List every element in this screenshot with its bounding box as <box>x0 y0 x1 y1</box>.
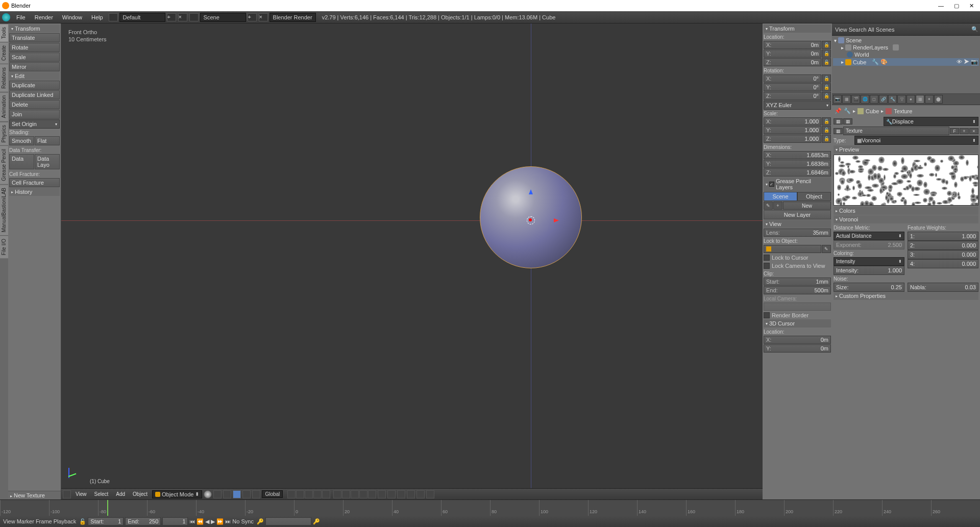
layer-btn[interactable] <box>333 490 341 498</box>
ol-filter-dropdown[interactable]: All Scenes <box>868 27 970 33</box>
panel-transform-header[interactable]: Transform <box>9 24 60 33</box>
set-origin-dropdown[interactable]: Set Origin <box>9 119 60 129</box>
ptab-scene[interactable]: 🎬 <box>851 95 860 104</box>
data-button[interactable]: Data <box>9 154 34 169</box>
tex-add-button[interactable]: + <box>960 128 969 134</box>
scl-z-field[interactable]: Z:1.000 <box>764 135 821 143</box>
close-button[interactable]: ✕ <box>969 3 974 9</box>
mirror-button[interactable]: Mirror <box>9 62 60 71</box>
maximize-button[interactable]: ▢ <box>954 3 959 9</box>
tl-sync-dropdown[interactable]: No Sync <box>232 518 254 524</box>
lock-cursor-check[interactable]: Lock to Cursor <box>764 254 831 262</box>
pivot-icon[interactable] <box>213 490 222 498</box>
rotate-manip-icon[interactable] <box>242 490 251 498</box>
size-field[interactable]: Size:0.25 <box>834 283 904 292</box>
layer-btn[interactable] <box>296 490 304 498</box>
gp-object-toggle[interactable]: Object <box>797 192 831 201</box>
layer-btn[interactable] <box>322 490 330 498</box>
scene-del-button[interactable]: × <box>259 13 268 21</box>
lock-z-icon[interactable]: 🔓 <box>822 58 831 66</box>
timeline-ruler[interactable]: -120-100-80-60-40-2002040608010012014016… <box>0 500 980 516</box>
ptab-object[interactable]: ◻ <box>870 95 878 104</box>
clip-start-field[interactable]: Start:1mm <box>764 278 831 286</box>
panel-history-header[interactable]: History <box>9 188 60 196</box>
lens-field[interactable]: Lens:35mm <box>764 229 831 237</box>
tex-f-button[interactable]: F <box>950 128 959 134</box>
lock-rz-icon[interactable]: 🔓 <box>822 92 831 100</box>
modifier-select[interactable]: 🔧 Displace <box>884 117 978 126</box>
menu-window[interactable]: Window <box>58 13 86 21</box>
manipulator-icon[interactable] <box>223 490 231 498</box>
layer-btn[interactable] <box>305 490 313 498</box>
cur-y-field[interactable]: Y:0m <box>764 344 831 353</box>
fw1-field[interactable]: 1:1.000 <box>908 232 978 241</box>
shading-sphere-icon[interactable] <box>204 490 212 498</box>
dist-metric-dropdown[interactable]: Actual Distance <box>834 232 904 240</box>
tl-next-key-icon[interactable]: ⏩ <box>216 518 224 525</box>
coloring-dropdown[interactable]: Intensity <box>834 257 904 266</box>
tl-jump-end-icon[interactable]: ⏭ <box>225 518 231 524</box>
timeline-cursor[interactable] <box>107 500 108 516</box>
gp-pencil-icon[interactable]: ✎ <box>764 202 773 210</box>
ol-renderlayers-node[interactable]: ▸ RenderLayers <box>833 44 979 51</box>
cursor3d-header[interactable]: 3D Cursor <box>764 319 831 328</box>
shade-smooth-button[interactable]: Smooth <box>9 136 34 145</box>
ptab-particles[interactable]: ✦ <box>925 95 934 104</box>
vtab-mblab[interactable]: ManualBastioniLAB <box>0 184 8 235</box>
dim-y-field[interactable]: Y:1.6838m <box>764 160 831 168</box>
shade-flat-button[interactable]: Flat <box>35 136 60 145</box>
gl-anim-icon[interactable] <box>426 490 434 498</box>
tex-browse-icon[interactable]: ▦ <box>834 128 843 134</box>
lock-sz-icon[interactable]: 🔓 <box>822 135 831 143</box>
vh-select[interactable]: Select <box>91 491 112 497</box>
layout-del-button[interactable]: × <box>178 13 187 21</box>
translate-button[interactable]: Translate <box>9 33 60 42</box>
gp-new-button[interactable]: New <box>783 202 831 210</box>
duplicate-linked-button[interactable]: Duplicate Linked <box>9 90 60 99</box>
tl-start-field[interactable]: Start:1 <box>88 517 124 525</box>
tl-view[interactable]: View <box>3 518 15 524</box>
tl-marker[interactable]: Marker <box>17 518 34 524</box>
loc-x-field[interactable]: X:0m <box>764 41 821 49</box>
ol-search-icon[interactable]: 🔍 <box>971 26 978 33</box>
cur-x-field[interactable]: X:0m <box>764 336 831 344</box>
renderer-dropdown[interactable]: Blender Render <box>270 13 316 22</box>
cell-fracture-button[interactable]: Cell Fracture <box>9 178 60 187</box>
ol-world-node[interactable]: World <box>833 51 979 58</box>
ptab-render[interactable]: 📷 <box>833 95 842 104</box>
editor-type-icon[interactable] <box>63 490 71 498</box>
layer-btn[interactable] <box>342 490 350 498</box>
layer-btn[interactable] <box>287 490 296 498</box>
lock-icon[interactable] <box>378 490 386 498</box>
pin-icon[interactable]: 📌 <box>835 108 842 114</box>
tl-playback[interactable]: Playback <box>54 518 77 524</box>
ol-scene-node[interactable]: ▾ Scene <box>833 37 979 44</box>
fw2-field[interactable]: 2:0.000 <box>908 241 978 250</box>
rotation-mode-dropdown[interactable]: XYZ Euler <box>764 101 831 110</box>
ol-search[interactable]: Search <box>849 27 867 33</box>
keying-set-icon[interactable]: 🔑 <box>257 518 264 525</box>
nabla-field[interactable]: Nabla:0.03 <box>908 283 978 292</box>
ol-view[interactable]: View <box>835 27 847 33</box>
lock-object-field[interactable] <box>764 245 821 253</box>
vtab-gpencil[interactable]: Grease Pencil <box>0 145 8 184</box>
rotate-button[interactable]: Rotate <box>9 43 60 52</box>
scl-x-field[interactable]: X:1.000 <box>764 117 821 126</box>
tl-play-rev-icon[interactable]: ◀ <box>205 518 209 525</box>
ptab-constraints[interactable]: 🔗 <box>879 95 888 104</box>
scene-icon[interactable] <box>189 13 199 21</box>
lock-camera-check[interactable]: Lock Camera to View <box>764 262 831 270</box>
custom-props-header[interactable]: Custom Properties <box>834 292 978 300</box>
menu-render[interactable]: Render <box>31 13 57 21</box>
panel-edit-header[interactable]: Edit <box>9 72 60 80</box>
gpencil-header[interactable]: ✓Grease Pencil Layers <box>764 177 831 191</box>
dim-z-field[interactable]: Z:1.6846m <box>764 168 831 177</box>
menu-help[interactable]: Help <box>87 13 107 21</box>
screen-layout-icon[interactable] <box>109 13 118 21</box>
layer-btn[interactable] <box>313 490 322 498</box>
tl-frame[interactable]: Frame <box>36 518 52 524</box>
rot-y-field[interactable]: Y:0° <box>764 83 821 91</box>
ptab-physics[interactable]: ⬤ <box>934 95 943 104</box>
vtab-physics[interactable]: Physics <box>0 121 8 145</box>
fw3-field[interactable]: 3:0.000 <box>908 250 978 259</box>
